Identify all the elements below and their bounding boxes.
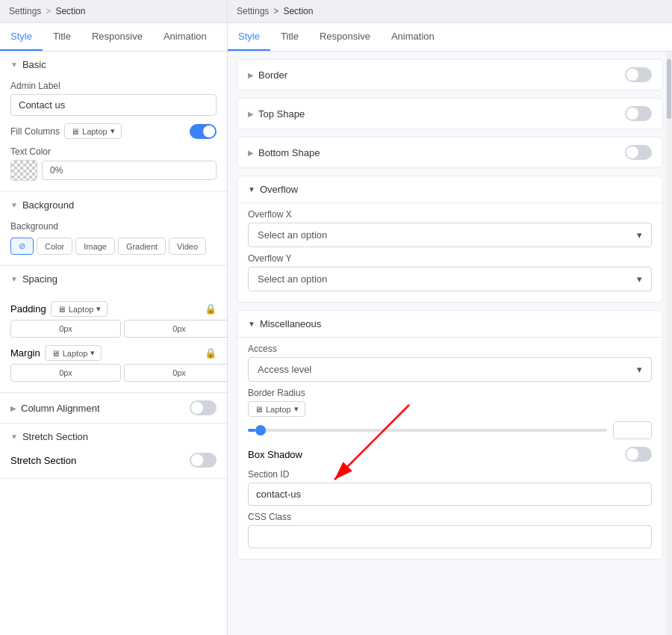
border-section: ▶ Border xyxy=(237,59,663,90)
bg-type-none[interactable]: ⊘ xyxy=(10,238,34,255)
spacing-section-body: Padding 🖥 Laptop ▾ 🔒 xyxy=(0,292,227,392)
tab-responsive[interactable]: Responsive xyxy=(81,23,153,51)
right-tab-responsive[interactable]: Responsive xyxy=(309,23,381,51)
column-alignment-header[interactable]: ▶ Column Alignment xyxy=(0,393,227,423)
right-bc-settings[interactable]: Settings xyxy=(237,6,269,16)
margin-label: Margin xyxy=(10,347,40,359)
fill-columns-device: Laptop xyxy=(82,127,108,136)
padding-device-select[interactable]: 🖥 Laptop ▾ xyxy=(51,301,108,317)
margin-laptop-icon: 🖥 xyxy=(52,349,60,358)
bg-type-color[interactable]: Color xyxy=(37,238,72,255)
column-alignment-toggle[interactable] xyxy=(190,400,217,415)
box-shadow-row: Box Shadow xyxy=(248,447,652,462)
margin-top[interactable] xyxy=(10,364,121,382)
left-panel: Settings > Section Style Title Responsiv… xyxy=(0,0,228,635)
bottom-shape-toggle[interactable] xyxy=(625,145,652,160)
bg-arrow-icon: ▼ xyxy=(10,201,18,209)
padding-label-row: Padding 🖥 Laptop ▾ 🔒 xyxy=(10,301,217,317)
bg-none-icon: ⊘ xyxy=(19,241,25,251)
basic-arrow-icon: ▼ xyxy=(10,61,18,69)
overflow-x-label: Overflow X xyxy=(248,209,652,220)
bg-type-row: ⊘ Color Image Gradient Video xyxy=(10,238,217,255)
right-bc-section: Section xyxy=(283,6,313,16)
tab-animation[interactable]: Animation xyxy=(153,23,217,51)
right-scrollbar-thumb[interactable] xyxy=(667,59,671,119)
bg-type-gradient[interactable]: Gradient xyxy=(118,238,166,255)
right-panel: Settings > Section Style Title Responsiv… xyxy=(228,0,672,635)
fill-columns-toggle[interactable] xyxy=(190,124,217,139)
stretch-arrow-icon: ▼ xyxy=(10,433,18,441)
admin-label-label: Admin Label xyxy=(10,81,217,91)
stretch-section-body: Stretch Section xyxy=(0,450,227,478)
right-scrollbar-track[interactable] xyxy=(666,52,672,635)
border-section-header[interactable]: ▶ Border xyxy=(237,60,662,90)
background-section-header[interactable]: ▼ Background xyxy=(0,192,227,218)
column-alignment-toggle-wrapper xyxy=(190,400,217,415)
basic-label: Basic xyxy=(22,59,46,70)
overflow-header[interactable]: ▼ Overflow xyxy=(237,176,662,202)
left-breadcrumb: Settings > Section xyxy=(0,0,227,23)
misc-header[interactable]: ▼ Miscellaneous xyxy=(237,311,662,337)
right-tab-animation[interactable]: Animation xyxy=(381,23,445,51)
section-id-input[interactable] xyxy=(248,483,652,506)
background-field-label: Background xyxy=(10,221,217,232)
text-color-swatch[interactable] xyxy=(10,160,37,181)
box-shadow-toggle[interactable] xyxy=(625,447,652,462)
top-shape-title-group: ▶ Top Shape xyxy=(248,108,305,120)
overflow-y-select[interactable]: Select an option ▾ xyxy=(248,267,652,291)
left-panel-content: ▼ Basic Admin Label Fill Columns 🖥 Lapto… xyxy=(0,52,227,635)
bg-type-video[interactable]: Video xyxy=(169,238,206,255)
border-title-group: ▶ Border xyxy=(248,69,287,81)
border-radius-slider-track[interactable] xyxy=(248,429,607,432)
background-label: Background xyxy=(22,199,74,211)
section-id-label: Section ID xyxy=(248,469,652,480)
margin-right[interactable] xyxy=(124,364,227,382)
overflow-label: Overflow xyxy=(260,184,298,195)
bottom-shape-header[interactable]: ▶ Bottom Shape xyxy=(237,137,662,167)
right-tab-style[interactable]: Style xyxy=(228,23,270,51)
border-radius-slider-row xyxy=(248,421,652,439)
overflow-y-placeholder: Select an option xyxy=(258,273,327,285)
border-radius-value[interactable] xyxy=(613,421,652,439)
spacing-section: ▼ Spacing Padding 🖥 Laptop ▾ 🔒 xyxy=(0,266,227,393)
background-section-body: Background ⊘ Color Image Gradient xyxy=(0,218,227,265)
breadcrumb-settings[interactable]: Settings xyxy=(9,6,41,16)
padding-label: Padding xyxy=(10,303,46,315)
stretch-section-header[interactable]: ▼ Stretch Section xyxy=(0,424,227,450)
misc-section: ▼ Miscellaneous Access Access level ▾ Bo… xyxy=(237,310,663,560)
admin-label-input[interactable] xyxy=(10,94,217,116)
overflow-x-select[interactable]: Select an option ▾ xyxy=(248,223,652,247)
background-section: ▼ Background Background ⊘ Color Image xyxy=(0,192,227,266)
laptop-icon: 🖥 xyxy=(71,127,79,136)
tab-title[interactable]: Title xyxy=(43,23,81,51)
text-color-percent[interactable] xyxy=(42,161,217,180)
bg-image-label: Image xyxy=(84,242,107,251)
border-label: Border xyxy=(258,69,287,81)
border-radius-label: Border Radius xyxy=(248,388,652,398)
fill-columns-device-select[interactable]: 🖥 Laptop ▾ xyxy=(64,123,122,139)
bottom-shape-arrow-icon: ▶ xyxy=(248,149,254,157)
margin-lock-icon[interactable]: 🔒 xyxy=(205,347,217,359)
padding-top[interactable] xyxy=(10,320,121,338)
top-shape-section: ▶ Top Shape xyxy=(237,98,663,129)
top-shape-toggle[interactable] xyxy=(625,106,652,121)
slider-thumb xyxy=(255,425,266,436)
right-tabs: Style Title Responsive Animation xyxy=(228,23,672,52)
padding-right[interactable] xyxy=(124,320,227,338)
box-shadow-label: Box Shadow xyxy=(248,449,302,460)
top-shape-header[interactable]: ▶ Top Shape xyxy=(237,99,662,128)
border-radius-device-select[interactable]: 🖥 Laptop ▾ xyxy=(248,401,305,417)
border-toggle[interactable] xyxy=(625,67,652,82)
stretch-toggle[interactable] xyxy=(190,453,217,468)
css-class-input[interactable] xyxy=(248,525,652,548)
tab-style[interactable]: Style xyxy=(0,23,43,51)
margin-device-select[interactable]: 🖥 Laptop ▾ xyxy=(45,345,102,361)
spacing-section-header[interactable]: ▼ Spacing xyxy=(0,266,227,292)
basic-section-header[interactable]: ▼ Basic xyxy=(0,52,227,78)
right-tab-title[interactable]: Title xyxy=(270,23,309,51)
margin-label-row: Margin 🖥 Laptop ▾ 🔒 xyxy=(10,345,217,361)
access-select[interactable]: Access level ▾ xyxy=(248,357,652,382)
bg-type-image[interactable]: Image xyxy=(75,238,115,255)
padding-lock-icon[interactable]: 🔒 xyxy=(205,303,217,315)
top-shape-arrow-icon: ▶ xyxy=(248,110,254,118)
